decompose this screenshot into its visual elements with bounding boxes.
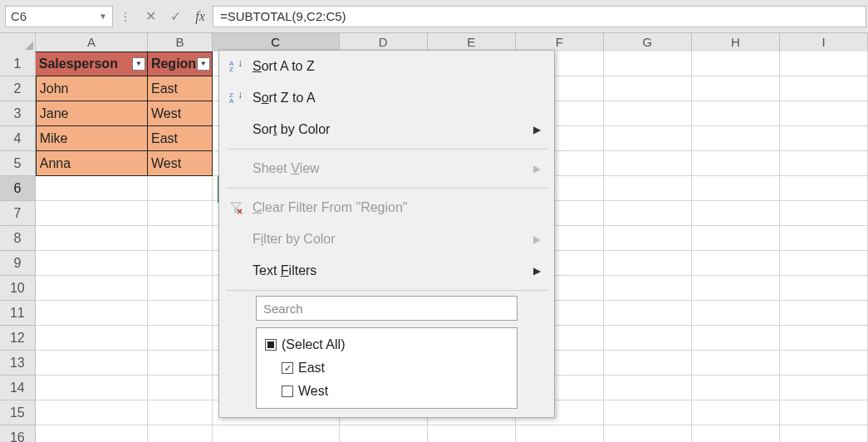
filter-dropdown-button[interactable]: ▼ bbox=[132, 57, 145, 71]
cell[interactable] bbox=[692, 52, 780, 76]
cell[interactable] bbox=[692, 376, 780, 400]
fx-icon[interactable]: fx bbox=[188, 9, 213, 24]
cell[interactable] bbox=[604, 251, 692, 276]
select-all-corner[interactable] bbox=[0, 33, 36, 52]
cell-region[interactable]: East bbox=[148, 76, 213, 101]
cell[interactable] bbox=[36, 326, 148, 351]
cell[interactable] bbox=[692, 76, 780, 101]
cell[interactable] bbox=[340, 425, 428, 442]
cell[interactable] bbox=[36, 276, 148, 301]
cell[interactable] bbox=[148, 376, 213, 400]
sort-z-to-a-item[interactable]: ZA↓ Sort Z to A bbox=[219, 82, 554, 114]
row-header-3[interactable]: 3 bbox=[0, 101, 36, 126]
row-header-11[interactable]: 11 bbox=[0, 301, 36, 326]
cell[interactable] bbox=[36, 226, 148, 251]
cell[interactable] bbox=[148, 201, 213, 226]
checkbox-checked-icon[interactable] bbox=[282, 362, 293, 374]
row-header-14[interactable]: 14 bbox=[0, 376, 36, 400]
row-header-7[interactable]: 7 bbox=[0, 201, 36, 226]
cell[interactable] bbox=[780, 126, 868, 151]
cell-salesperson[interactable]: John bbox=[36, 76, 148, 101]
cell[interactable] bbox=[780, 326, 868, 351]
cell[interactable] bbox=[692, 226, 780, 251]
enter-formula-button[interactable]: ✓ bbox=[163, 0, 188, 33]
cell-region[interactable]: East bbox=[148, 126, 213, 151]
column-header-I[interactable]: I bbox=[780, 33, 868, 52]
cell[interactable] bbox=[36, 425, 148, 442]
row-header-2[interactable]: 2 bbox=[0, 76, 36, 101]
cell[interactable] bbox=[780, 226, 868, 251]
filter-search-input[interactable]: Search bbox=[256, 296, 517, 321]
cell[interactable] bbox=[780, 201, 868, 226]
cell[interactable] bbox=[36, 251, 148, 276]
filter-value-row[interactable]: East bbox=[262, 356, 512, 380]
cell[interactable] bbox=[148, 251, 213, 276]
cell[interactable] bbox=[36, 301, 148, 326]
cell[interactable] bbox=[780, 251, 868, 276]
cell[interactable] bbox=[692, 126, 780, 151]
row-header-8[interactable]: 8 bbox=[0, 226, 36, 251]
cell[interactable] bbox=[780, 376, 868, 400]
cell[interactable] bbox=[780, 301, 868, 326]
cell[interactable] bbox=[213, 425, 340, 442]
cell[interactable] bbox=[692, 276, 780, 301]
cell[interactable] bbox=[692, 151, 780, 176]
filter-value-row[interactable]: West bbox=[262, 380, 512, 403]
cell[interactable] bbox=[148, 276, 213, 301]
cell[interactable] bbox=[604, 126, 692, 151]
cell[interactable] bbox=[780, 101, 868, 126]
cell[interactable] bbox=[604, 301, 692, 326]
filter-dropdown-button[interactable]: ▼ bbox=[197, 57, 210, 71]
cell[interactable] bbox=[692, 251, 780, 276]
cell[interactable] bbox=[604, 176, 692, 201]
cell[interactable] bbox=[780, 76, 868, 101]
cell[interactable] bbox=[780, 176, 868, 201]
column-header-A[interactable]: A bbox=[36, 33, 148, 52]
cell[interactable] bbox=[604, 425, 692, 442]
cell[interactable] bbox=[36, 176, 148, 201]
cell[interactable] bbox=[36, 351, 148, 376]
row-header-9[interactable]: 9 bbox=[0, 251, 36, 276]
checkbox-unchecked-icon[interactable] bbox=[282, 386, 293, 397]
cell-region[interactable]: West bbox=[148, 151, 213, 176]
cell-salesperson[interactable]: Jane bbox=[36, 101, 148, 126]
cell[interactable] bbox=[604, 151, 692, 176]
column-header-F[interactable]: F bbox=[516, 33, 604, 52]
text-filters-item[interactable]: Text Filters ▶ bbox=[219, 255, 554, 287]
cell[interactable] bbox=[36, 400, 148, 425]
table-header-salesperson[interactable]: Salesperson ▼ bbox=[36, 52, 148, 76]
row-header-15[interactable]: 15 bbox=[0, 400, 36, 425]
cell[interactable] bbox=[604, 101, 692, 126]
cell[interactable] bbox=[780, 400, 868, 425]
cell[interactable] bbox=[692, 176, 780, 201]
cell-salesperson[interactable]: Anna bbox=[36, 151, 148, 176]
cell[interactable] bbox=[604, 376, 692, 400]
sort-by-color-item[interactable]: Sort by Color ▶ bbox=[219, 114, 554, 145]
cell[interactable] bbox=[604, 76, 692, 101]
cell[interactable] bbox=[692, 201, 780, 226]
row-header-5[interactable]: 5 bbox=[0, 151, 36, 176]
column-header-B[interactable]: B bbox=[148, 33, 213, 52]
row-header-10[interactable]: 10 bbox=[0, 276, 36, 301]
cancel-formula-button[interactable]: ✕ bbox=[138, 0, 163, 33]
select-all-checkbox-row[interactable]: (Select All) bbox=[262, 333, 512, 356]
column-header-D[interactable]: D bbox=[340, 33, 428, 52]
row-header-13[interactable]: 13 bbox=[0, 351, 36, 376]
cell[interactable] bbox=[692, 326, 780, 351]
sort-a-to-z-item[interactable]: AZ↓ Sort A to Z bbox=[219, 51, 554, 82]
cell[interactable] bbox=[780, 276, 868, 301]
formula-bar-input[interactable]: =SUBTOTAL(9,C2:C5) bbox=[213, 6, 866, 27]
row-header-1[interactable]: 1 bbox=[0, 52, 36, 76]
cell[interactable] bbox=[148, 226, 213, 251]
row-header-4[interactable]: 4 bbox=[0, 126, 36, 151]
cell[interactable] bbox=[148, 301, 213, 326]
cell[interactable] bbox=[692, 301, 780, 326]
cell[interactable] bbox=[148, 326, 213, 351]
cell[interactable] bbox=[692, 351, 780, 376]
cell[interactable] bbox=[36, 376, 148, 400]
cell[interactable] bbox=[36, 201, 148, 226]
column-header-E[interactable]: E bbox=[428, 33, 516, 52]
checkbox-mixed-icon[interactable] bbox=[265, 339, 277, 351]
cell[interactable] bbox=[692, 101, 780, 126]
cell[interactable] bbox=[604, 226, 692, 251]
